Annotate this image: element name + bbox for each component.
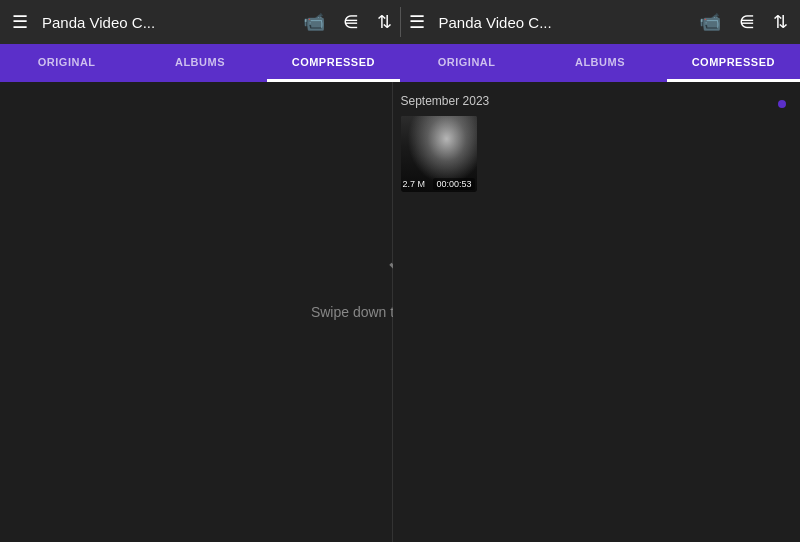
video-size: 2.7 M bbox=[403, 179, 426, 189]
tab-original-left[interactable]: ORIGINAL bbox=[0, 44, 133, 82]
video-duration: 00:00:53 bbox=[433, 178, 474, 190]
section-label: September 2023 bbox=[401, 94, 793, 108]
video-thumbnail[interactable]: 2.7 M 00:00:53 bbox=[401, 116, 477, 192]
nav-section-right: ☰ Panda Video C... 📹 ⋹ ⇅ bbox=[405, 7, 793, 37]
nav-section-left: ☰ Panda Video C... 📹 ⋹ ⇅ bbox=[8, 7, 396, 37]
camera-icon-left[interactable]: 📹 bbox=[299, 7, 329, 37]
top-bar: ☰ Panda Video C... 📹 ⋹ ⇅ ☰ Panda Video C… bbox=[0, 0, 800, 44]
tab-compressed-right[interactable]: COMPRESSED bbox=[667, 44, 800, 82]
sort-icon-right[interactable]: ⇅ bbox=[769, 7, 792, 37]
tab-albums-left[interactable]: ALBUMS bbox=[133, 44, 266, 82]
content-area: ↙ Swipe down to reload videos September … bbox=[0, 82, 800, 542]
tab-bar: ORIGINAL ALBUMS COMPRESSED ORIGINAL ALBU… bbox=[0, 44, 800, 82]
sort-icon-left[interactable]: ⇅ bbox=[373, 7, 396, 37]
app-title-right: Panda Video C... bbox=[439, 14, 686, 31]
menu-icon-left[interactable]: ☰ bbox=[8, 7, 32, 37]
right-content: September 2023 2.7 M 00:00:53 bbox=[401, 94, 793, 538]
dot-indicator bbox=[778, 100, 786, 108]
video-grid: 2.7 M 00:00:53 bbox=[401, 116, 793, 192]
video-info: 2.7 M 00:00:53 bbox=[403, 178, 475, 190]
camera-icon-right[interactable]: 📹 bbox=[695, 7, 725, 37]
grid-icon-right[interactable]: ⋹ bbox=[735, 7, 759, 37]
tab-albums-right[interactable]: ALBUMS bbox=[533, 44, 666, 82]
panel-left: ↙ Swipe down to reload videos bbox=[0, 82, 393, 542]
app-title-left: Panda Video C... bbox=[42, 14, 289, 31]
tab-compressed-left[interactable]: COMPRESSED bbox=[267, 44, 400, 82]
grid-icon-left[interactable]: ⋹ bbox=[339, 7, 363, 37]
menu-icon-right[interactable]: ☰ bbox=[405, 7, 429, 37]
panel-right: September 2023 2.7 M 00:00:53 bbox=[393, 82, 801, 542]
tab-original-right[interactable]: ORIGINAL bbox=[400, 44, 533, 82]
nav-divider bbox=[400, 7, 401, 37]
